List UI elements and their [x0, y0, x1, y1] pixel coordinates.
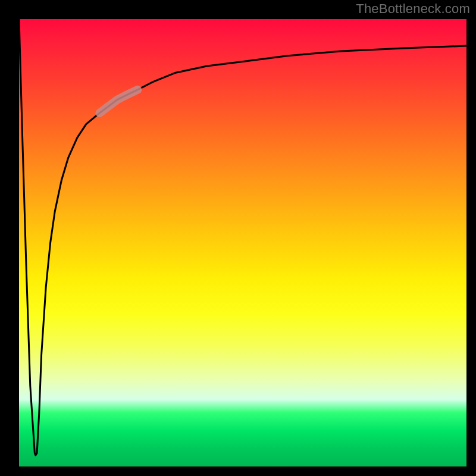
chart-frame: TheBottleneck.com — [0, 0, 476, 476]
watermark-text: TheBottleneck.com — [356, 1, 470, 17]
plot-background-gradient — [19, 19, 466, 466]
